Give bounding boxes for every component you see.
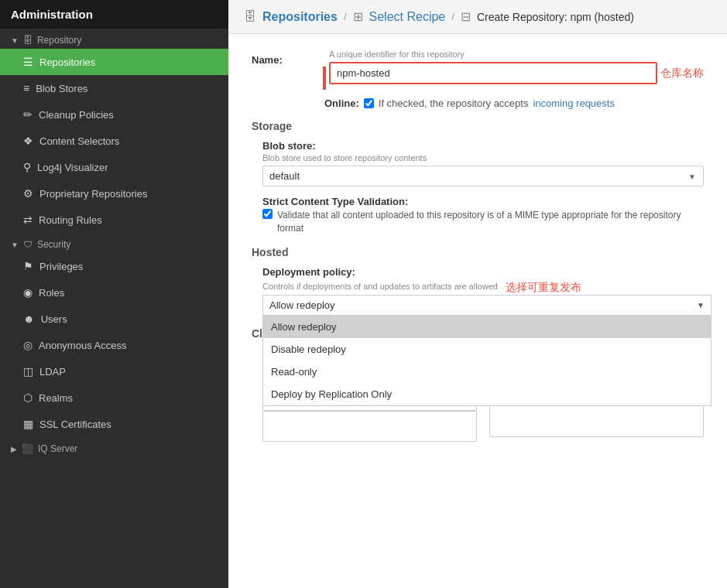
sidebar-item-label: Log4j Visualizer [37, 162, 108, 173]
name-annotation: 仓库名称 [660, 50, 704, 80]
sidebar-item-label: Realms [39, 392, 73, 404]
deployment-hint: Controls if deployments of and updates t… [262, 282, 498, 291]
sidebar: Administration ▼ 🗄 Repository ☰ Reposito… [0, 0, 228, 588]
blob-store-wrapper: default [262, 166, 704, 186]
iq-server-section[interactable]: ▶ ⬛ IQ Server [0, 437, 228, 457]
available-list [262, 411, 477, 442]
sidebar-item-proprietary[interactable]: ⚙ Proprietary Repositories [0, 180, 228, 207]
name-hint: A unique identifier for this repository [329, 50, 657, 59]
online-link[interactable]: incoming requests [533, 97, 615, 109]
deployment-dropdown[interactable]: Allow redeploy ▼ Allow redeploy Disable … [262, 295, 712, 315]
security-section-label: Security [37, 239, 70, 250]
sidebar-item-label: Repositories [39, 56, 95, 68]
strict-checkbox[interactable] [262, 209, 273, 219]
breadcrumb-sep1: / [344, 11, 347, 22]
breadcrumb-repositories[interactable]: Repositories [262, 10, 338, 24]
online-label: Online: [324, 97, 359, 109]
dropdown-list: Allow redeploy Disable redeploy Read-onl… [262, 315, 712, 406]
arrow-icon: ▼ [11, 36, 19, 45]
form-area: Name: A unique identifier for this repos… [228, 34, 727, 457]
repositories-icon: ☰ [23, 56, 33, 68]
ssl-icon: ▦ [23, 418, 33, 430]
breadcrumb: 🗄 Repositories / ⊞ Select Recipe / ⊟ Cre… [228, 0, 727, 34]
name-row: Name: A unique identifier for this repos… [252, 50, 704, 90]
dropdown-item-disable-redeploy[interactable]: Disable redeploy [263, 338, 711, 361]
online-text: If checked, the repository accepts [379, 97, 529, 109]
sidebar-item-ldap[interactable]: ◫ LDAP [0, 358, 228, 385]
content-selectors-icon: ❖ [23, 135, 33, 147]
sidebar-item-label: Cleanup Policies [39, 109, 114, 121]
sidebar-item-users[interactable]: ☻ Users [0, 306, 228, 332]
dropdown-item-deploy-replication[interactable]: Deploy by Replication Only [263, 383, 711, 405]
db-icon: 🗄 [244, 10, 256, 24]
anonymous-icon: ◎ [23, 339, 33, 351]
dropdown-selected-label: Allow redeploy [269, 299, 335, 311]
dropdown-item-read-only[interactable]: Read-only [263, 361, 711, 383]
sidebar-item-label: LDAP [39, 366, 66, 378]
strict-content-area: Strict Content Type Validation: Validate… [262, 196, 704, 235]
roles-icon: ◉ [23, 286, 33, 299]
sidebar-item-roles[interactable]: ◉ Roles [0, 279, 228, 306]
sidebar-item-cleanup-policies[interactable]: ✏ Cleanup Policies [0, 101, 228, 128]
sidebar-item-label: Blob Stores [36, 83, 87, 94]
name-input[interactable] [329, 62, 657, 84]
iq-server-icon: ⬛ [22, 443, 33, 454]
cylinder-icon: 🗄 [23, 35, 33, 46]
proprietary-icon: ⚙ [23, 187, 33, 200]
storage-title: Storage [252, 120, 704, 132]
deployment-annotation: 选择可重复发布 [506, 281, 581, 295]
security-shield-icon: 🛡 [23, 239, 33, 250]
routing-icon: ⇄ [23, 214, 33, 226]
blob-store-hint: Blob store used to store repository cont… [262, 153, 704, 162]
log4j-icon: ⚲ [23, 161, 31, 173]
users-icon: ☻ [23, 313, 35, 325]
sidebar-item-anonymous-access[interactable]: ◎ Anonymous Access [0, 332, 228, 358]
security-section[interactable]: ▼ 🛡 Security [0, 233, 228, 253]
deployment-label: Deployment policy: [262, 266, 704, 278]
storage-area: Blob store: Blob store used to store rep… [262, 140, 704, 235]
online-row: Online: If checked, the repository accep… [324, 97, 704, 109]
sidebar-item-label: Content Selectors [39, 135, 119, 147]
breadcrumb-sep2: / [451, 11, 454, 22]
strict-label: Strict Content Type Validation: [262, 196, 704, 207]
sidebar-item-content-selectors[interactable]: ❖ Content Selectors [0, 128, 228, 154]
npm-icon: ⊟ [461, 9, 471, 24]
repository-section-label: Repository [37, 35, 81, 46]
strict-hint: Validate that all content uploaded to th… [277, 209, 704, 235]
sidebar-item-ssl-certificates[interactable]: ▦ SSL Certificates [0, 411, 228, 437]
sidebar-item-log4j[interactable]: ⚲ Log4j Visualizer [0, 154, 228, 180]
cleanup-icon: ✏ [23, 108, 33, 121]
admin-header: Administration [0, 0, 228, 29]
strict-checkbox-row: Validate that all content uploaded to th… [262, 209, 704, 235]
sidebar-item-label: Roles [39, 287, 64, 299]
sidebar-item-label: Users [41, 313, 67, 325]
repository-section[interactable]: ▼ 🗄 Repository [0, 29, 228, 49]
blob-stores-icon: ≡ [23, 82, 29, 94]
sidebar-item-repositories[interactable]: ☰ Repositories [0, 49, 228, 75]
iq-arrow-icon: ▶ [11, 445, 17, 453]
dropdown-trigger[interactable]: Allow redeploy ▼ [262, 295, 712, 315]
security-arrow-icon: ▼ [11, 241, 19, 249]
sidebar-item-blob-stores[interactable]: ≡ Blob Stores [0, 75, 228, 101]
dropdown-item-allow-redeploy[interactable]: Allow redeploy [263, 316, 711, 338]
breadcrumb-create: Create Repository: npm (hosted) [477, 11, 634, 23]
online-checkbox[interactable] [364, 98, 374, 108]
blob-store-label: Blob store: [262, 140, 704, 152]
breadcrumb-select-recipe[interactable]: Select Recipe [369, 10, 446, 24]
sidebar-item-privileges[interactable]: ⚑ Privileges [0, 253, 228, 279]
privileges-icon: ⚑ [23, 260, 33, 272]
name-label: Name: [252, 50, 314, 66]
hosted-title: Hosted [252, 246, 704, 258]
sidebar-item-label: Proprietary Repositories [39, 188, 147, 200]
sidebar-item-routing-rules[interactable]: ⇄ Routing Rules [0, 207, 228, 233]
iq-server-label: IQ Server [38, 443, 77, 454]
blob-store-select[interactable]: default [262, 166, 704, 186]
realms-icon: ⬡ [23, 391, 33, 404]
sidebar-item-label: SSL Certificates [39, 419, 111, 430]
sidebar-item-label: Routing Rules [39, 214, 102, 226]
sidebar-item-label: Anonymous Access [39, 340, 126, 351]
sidebar-item-realms[interactable]: ⬡ Realms [0, 385, 228, 411]
main-content: 🗄 Repositories / ⊞ Select Recipe / ⊟ Cre… [228, 0, 727, 588]
hosted-area: Deployment policy: Controls if deploymen… [262, 266, 704, 315]
dropdown-arrow-icon: ▼ [697, 301, 705, 309]
